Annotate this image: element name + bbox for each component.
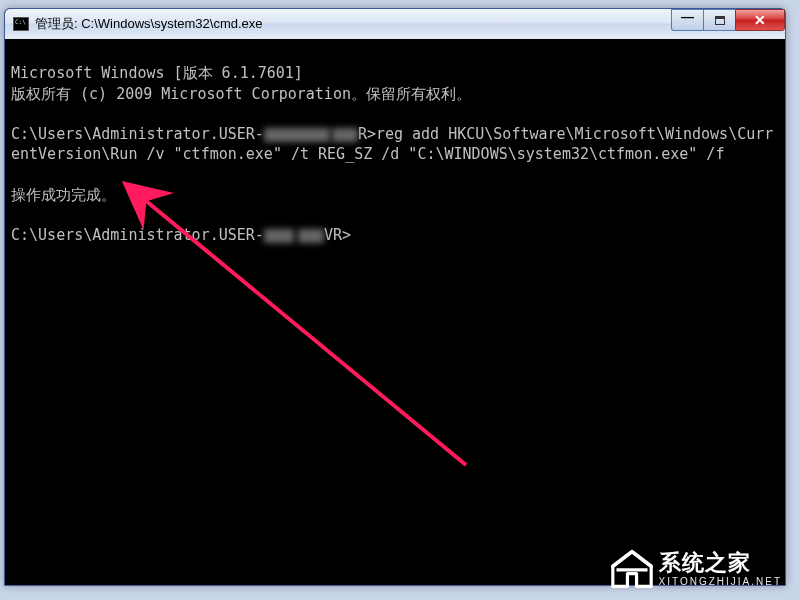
terminal-output[interactable]: Microsoft Windows [版本 6.1.7601]版权所有 (c) … xyxy=(5,39,785,585)
close-icon: ✕ xyxy=(754,12,766,28)
titlebar[interactable]: 管理员: C:\Windows\system32\cmd.exe — ✕ xyxy=(5,9,785,39)
terminal-line: C:\Users\Administrator.USER-VR> xyxy=(11,225,779,245)
cmd-icon xyxy=(13,17,29,31)
redacted-text xyxy=(264,128,330,142)
maximize-icon xyxy=(715,16,725,25)
terminal-line: 操作成功完成。 xyxy=(11,185,779,205)
minimize-button[interactable]: — xyxy=(671,9,703,31)
terminal-line: C:\Users\Administrator.USER-R>reg add HK… xyxy=(11,124,779,165)
redacted-text xyxy=(332,128,358,142)
cmd-window: 管理员: C:\Windows\system32\cmd.exe — ✕ Mic… xyxy=(4,8,786,586)
terminal-line: 版权所有 (c) 2009 Microsoft Corporation。保留所有… xyxy=(11,84,779,104)
watermark-title: 系统之家 xyxy=(659,551,783,575)
window-title: 管理员: C:\Windows\system32\cmd.exe xyxy=(35,15,671,33)
close-button[interactable]: ✕ xyxy=(735,9,785,31)
watermark-subtitle: XITONGZHIJIA.NET xyxy=(659,576,783,587)
watermark: 系统之家 XITONGZHIJIA.NET xyxy=(609,548,783,590)
window-controls: — ✕ xyxy=(671,9,785,31)
terminal-line: Microsoft Windows [版本 6.1.7601] xyxy=(11,63,779,83)
cursor xyxy=(351,228,360,244)
redacted-text xyxy=(298,229,324,243)
redacted-text xyxy=(264,229,294,243)
minimize-icon: — xyxy=(681,9,694,24)
house-icon xyxy=(609,548,655,590)
maximize-button[interactable] xyxy=(703,9,735,31)
